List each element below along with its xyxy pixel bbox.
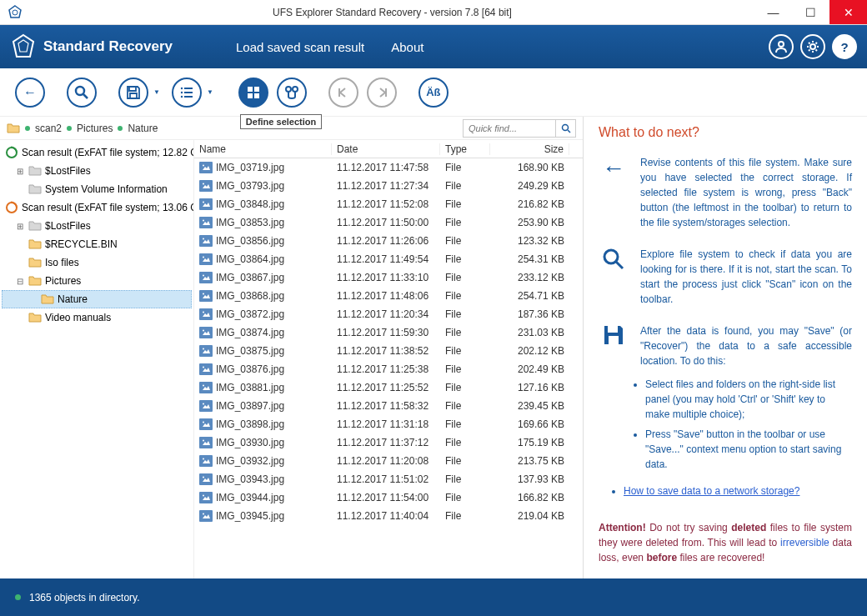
expand-icon[interactable]: ⊞ bbox=[15, 222, 25, 231]
svg-point-63 bbox=[203, 367, 204, 368]
file-row[interactable]: IMG_03867.jpg11.12.2017 11:33:10File233.… bbox=[194, 268, 583, 287]
svg-marker-0 bbox=[9, 6, 21, 18]
back-button[interactable]: ← bbox=[15, 78, 45, 108]
grid-rows[interactable]: IMG_03719.jpg11.12.2017 11:47:58File168.… bbox=[194, 158, 583, 578]
folder-tree[interactable]: Scan result (ExFAT file system; 12.82 GB… bbox=[0, 140, 193, 578]
quickfind-button[interactable] bbox=[555, 120, 575, 137]
file-type: File bbox=[445, 382, 461, 393]
file-row[interactable]: IMG_03943.jpg11.12.2017 11:51:02File137.… bbox=[194, 470, 583, 488]
col-size[interactable]: Size bbox=[490, 143, 569, 155]
file-row[interactable]: IMG_03897.jpg11.12.2017 11:58:32File239.… bbox=[194, 397, 583, 415]
svg-rect-90 bbox=[608, 326, 618, 333]
tree-label: System Volume Information bbox=[45, 183, 168, 195]
svg-line-23 bbox=[568, 130, 570, 133]
maximize-button[interactable]: ☐ bbox=[792, 0, 829, 24]
tree-label: Pictures bbox=[45, 275, 81, 287]
svg-point-10 bbox=[181, 95, 183, 97]
svg-rect-16 bbox=[248, 93, 253, 98]
svg-point-69 bbox=[203, 403, 204, 405]
file-size: 254.71 KB bbox=[518, 290, 564, 302]
file-row[interactable]: IMG_03853.jpg11.12.2017 11:50:00File253.… bbox=[194, 213, 583, 232]
tree-node[interactable]: ⊞$LostFiles bbox=[2, 162, 192, 180]
settings-button[interactable] bbox=[800, 34, 825, 59]
folder-icon bbox=[7, 123, 20, 134]
file-row[interactable]: IMG_03944.jpg11.12.2017 11:54:00File166.… bbox=[194, 488, 583, 507]
brand-icon bbox=[10, 33, 37, 60]
window-title: UFS Explorer Standard Recovery - version… bbox=[30, 7, 754, 18]
svg-marker-3 bbox=[18, 40, 28, 52]
menu-about[interactable]: About bbox=[378, 40, 437, 54]
tooltip: Define selection bbox=[240, 114, 322, 129]
file-name: IMG_03944.jpg bbox=[216, 492, 284, 503]
tree-node[interactable]: Video manuals bbox=[2, 308, 192, 327]
file-row[interactable]: IMG_03848.jpg11.12.2017 11:52:08File216.… bbox=[194, 195, 583, 213]
expand-icon[interactable]: ⊟ bbox=[15, 277, 25, 286]
quickfind-input[interactable] bbox=[464, 120, 555, 137]
svg-point-30 bbox=[203, 165, 204, 167]
folder-icon bbox=[28, 312, 42, 323]
close-button[interactable]: ✕ bbox=[829, 0, 867, 24]
image-icon bbox=[199, 272, 213, 283]
file-date: 11.12.2017 11:49:54 bbox=[337, 253, 428, 265]
svg-rect-14 bbox=[248, 87, 253, 92]
tree-node[interactable]: Scan result (ExFAT file system; 13.06 GB… bbox=[2, 198, 192, 217]
file-date: 11.12.2017 11:26:06 bbox=[337, 235, 428, 247]
file-size: 213.75 KB bbox=[518, 455, 564, 467]
file-row[interactable]: IMG_03875.jpg11.12.2017 11:38:52File202.… bbox=[194, 342, 583, 360]
crumb-1[interactable]: scan2 bbox=[35, 123, 62, 134]
find-button[interactable] bbox=[277, 78, 307, 108]
file-row[interactable]: IMG_03874.jpg11.12.2017 11:59:30File231.… bbox=[194, 323, 583, 342]
tree-node[interactable]: ⊞$LostFiles bbox=[2, 217, 192, 235]
menu-load-scan[interactable]: Load saved scan result bbox=[223, 40, 378, 54]
file-row[interactable]: IMG_03881.jpg11.12.2017 11:25:52File127.… bbox=[194, 378, 583, 397]
file-row[interactable]: IMG_03872.jpg11.12.2017 11:20:34File187.… bbox=[194, 305, 583, 323]
define-selection-button[interactable]: Define selection bbox=[238, 78, 268, 108]
tree-node[interactable]: ⊟Pictures bbox=[2, 272, 192, 290]
file-type: File bbox=[445, 363, 461, 375]
file-row[interactable]: IMG_03898.jpg11.12.2017 11:31:18File169.… bbox=[194, 415, 583, 433]
file-type: File bbox=[445, 473, 461, 485]
file-row[interactable]: IMG_03868.jpg11.12.2017 11:48:06File254.… bbox=[194, 287, 583, 305]
col-date[interactable]: Date bbox=[332, 143, 440, 155]
minimize-button[interactable]: — bbox=[754, 0, 792, 24]
tree-label: $RECYCLE.BIN bbox=[45, 238, 118, 250]
menubar: Standard Recovery Load saved scan result… bbox=[0, 25, 867, 68]
col-name[interactable]: Name bbox=[194, 143, 332, 155]
col-type[interactable]: Type bbox=[440, 143, 490, 155]
list-view-button[interactable] bbox=[172, 78, 202, 108]
tree-node[interactable]: Nature bbox=[2, 290, 192, 308]
file-row[interactable]: IMG_03719.jpg11.12.2017 11:47:58File168.… bbox=[194, 158, 583, 177]
file-row[interactable]: IMG_03945.jpg11.12.2017 11:40:04File219.… bbox=[194, 507, 583, 525]
tree-node[interactable]: Iso files bbox=[2, 253, 192, 272]
font-button[interactable]: Äß bbox=[418, 78, 449, 108]
help-link[interactable]: How to save data to a network storage? bbox=[624, 485, 799, 497]
list-view-dropdown-icon[interactable]: ▼ bbox=[207, 88, 213, 96]
svg-rect-17 bbox=[254, 93, 259, 98]
next-button bbox=[367, 78, 397, 108]
file-row[interactable]: IMG_03793.jpg11.12.2017 11:27:34File249.… bbox=[194, 177, 583, 195]
scan-button[interactable] bbox=[67, 78, 97, 108]
file-name: IMG_03876.jpg bbox=[216, 363, 284, 375]
crumb-3[interactable]: Nature bbox=[128, 123, 158, 134]
image-icon bbox=[199, 327, 213, 338]
file-row[interactable]: IMG_03930.jpg11.12.2017 11:37:12File175.… bbox=[194, 433, 583, 452]
file-row[interactable]: IMG_03876.jpg11.12.2017 11:25:38File202.… bbox=[194, 360, 583, 378]
toolbar: ← ▼ ▼ Define selection Äß bbox=[0, 68, 867, 117]
folder-gray-icon bbox=[28, 165, 42, 177]
file-name: IMG_03930.jpg bbox=[216, 437, 284, 448]
crumb-dot-icon bbox=[25, 126, 30, 131]
file-row[interactable]: IMG_03932.jpg11.12.2017 11:20:08File213.… bbox=[194, 452, 583, 470]
save-button[interactable] bbox=[118, 78, 148, 108]
user-button[interactable] bbox=[769, 34, 794, 59]
svg-line-7 bbox=[83, 94, 88, 98]
save-dropdown-icon[interactable]: ▼ bbox=[153, 88, 160, 96]
tree-node[interactable]: Scan result (ExFAT file system; 12.82 GB… bbox=[2, 143, 192, 162]
file-row[interactable]: IMG_03856.jpg11.12.2017 11:26:06File123.… bbox=[194, 232, 583, 250]
crumb-2[interactable]: Pictures bbox=[77, 123, 113, 134]
file-date: 11.12.2017 11:58:32 bbox=[337, 400, 428, 412]
tree-node[interactable]: System Volume Information bbox=[2, 180, 192, 198]
tree-node[interactable]: $RECYCLE.BIN bbox=[2, 235, 192, 253]
file-row[interactable]: IMG_03864.jpg11.12.2017 11:49:54File254.… bbox=[194, 250, 583, 268]
expand-icon[interactable]: ⊞ bbox=[15, 167, 25, 176]
help-button[interactable]: ? bbox=[832, 34, 857, 59]
